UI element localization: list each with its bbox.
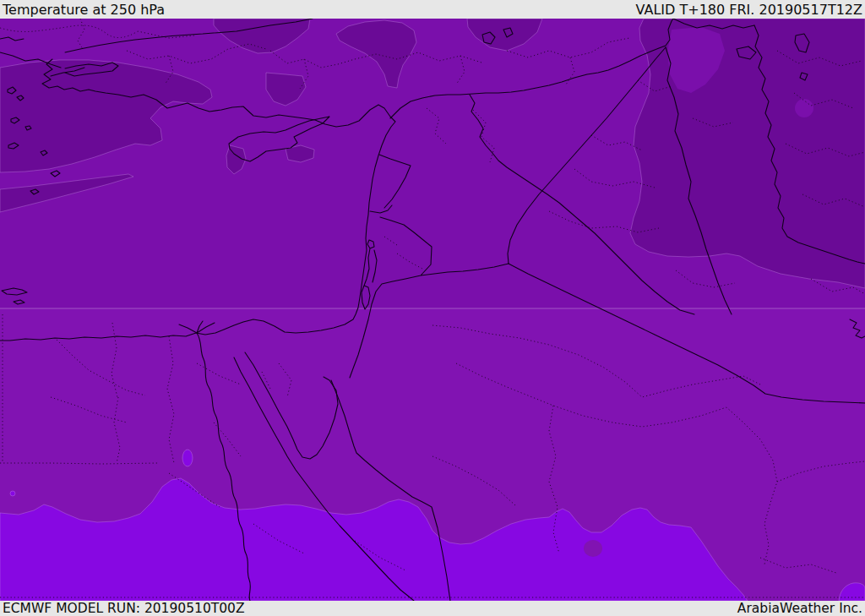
- temp-band-warm-holes: [584, 540, 602, 557]
- header-bar: Temperature at 250 hPa VALID T+180 FRI. …: [0, 0, 865, 19]
- weather-map-window: Temperature at 250 hPa VALID T+180 FRI. …: [0, 0, 865, 616]
- cold-hole-urmia: [795, 99, 813, 117]
- map-title: Temperature at 250 hPa: [3, 2, 165, 18]
- valid-time-label: VALID T+180 FRI. 20190517T12Z: [636, 2, 862, 18]
- warm-blob-small: [182, 450, 193, 466]
- warm-dot: [10, 491, 15, 496]
- weather-map: [0, 19, 865, 601]
- warm-hole: [584, 540, 602, 557]
- footer-bar: ECMWF MODEL RUN: 20190510T00Z ArabiaWeat…: [0, 601, 865, 616]
- credit-label: ArabiaWeather Inc.: [737, 601, 862, 616]
- map-canvas: [0, 19, 865, 601]
- model-run-label: ECMWF MODEL RUN: 20190510T00Z: [3, 601, 245, 616]
